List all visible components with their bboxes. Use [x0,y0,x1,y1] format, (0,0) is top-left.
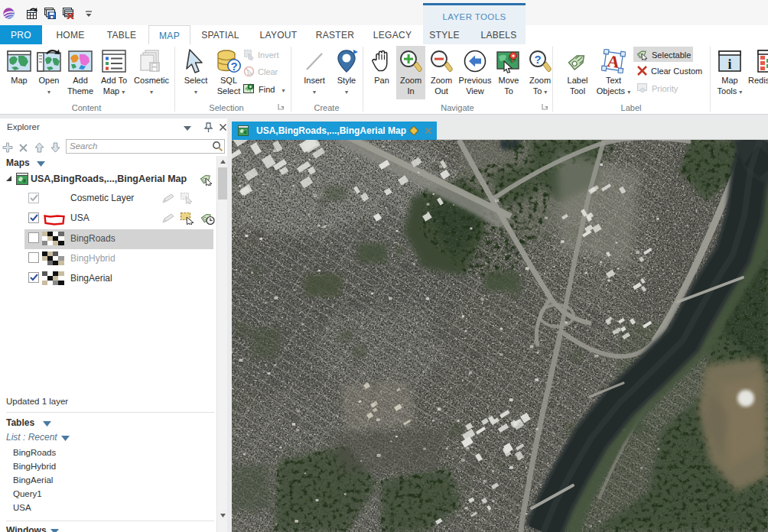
svg-text:?: ? [230,60,237,73]
svg-text:i: i [727,57,731,72]
svg-text:?: ? [534,53,541,66]
